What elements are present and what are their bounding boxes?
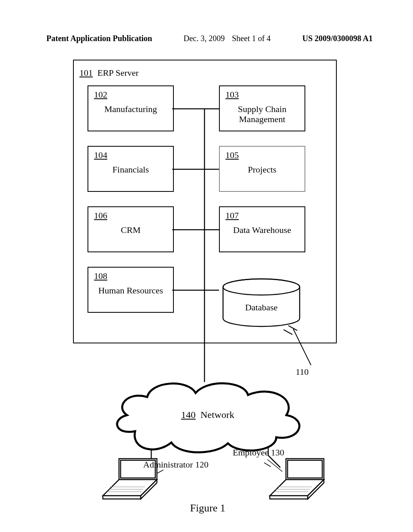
module-supply-chain: 103 Supply Chain Management: [219, 85, 305, 131]
module-label: Supply Chain Management: [220, 102, 305, 125]
module-human-resources: 108 Human Resources: [88, 267, 174, 313]
network-ref: 140: [181, 409, 196, 420]
module-ref: 108: [94, 271, 173, 281]
network-name: Network: [200, 409, 234, 420]
module-financials: 104 Financials: [88, 146, 174, 192]
module-label: Projects: [220, 162, 305, 175]
header-date: Dec. 3, 2009: [184, 34, 225, 43]
network-cloud-icon: 140 Network: [107, 375, 309, 455]
administrator-label: Administrator 120: [143, 459, 209, 470]
module-ref: 103: [225, 89, 305, 100]
erp-server-ref: 101: [79, 68, 93, 78]
module-label: CRM: [88, 222, 173, 235]
figure-caption: Figure 1: [58, 502, 357, 514]
module-crm: 106 CRM: [88, 206, 174, 252]
header-sheet: Sheet 1 of 4: [232, 34, 271, 43]
module-manufacturing: 102 Manufacturing: [88, 85, 174, 131]
header-pubno: US 2009/0300098 A1: [302, 34, 373, 43]
erp-server-label: ERP Server: [98, 68, 139, 78]
header-publication-label: Patent Application Publication: [46, 34, 152, 43]
module-ref: 104: [94, 150, 173, 160]
database-label: Database: [219, 302, 304, 313]
laptop-icon: [267, 455, 332, 504]
module-label: Data Warehouse: [220, 222, 305, 235]
module-ref: 107: [225, 210, 305, 221]
module-ref: 106: [94, 210, 173, 221]
erp-server-title: 101 ERP Server: [79, 68, 139, 78]
database-icon: Database: [219, 278, 304, 326]
module-label: Human Resources: [88, 283, 173, 295]
module-ref: 105: [225, 150, 305, 160]
page: Patent Application Publication Dec. 3, 2…: [0, 0, 413, 532]
figure-canvas: 101 ERP Server 102 Manufacturing 103 Sup…: [58, 52, 357, 508]
module-data-warehouse: 107 Data Warehouse: [219, 206, 305, 252]
network-label: 140 Network: [107, 409, 309, 420]
employee-label: Employee 130: [233, 447, 284, 458]
module-ref: 102: [94, 89, 173, 100]
module-projects: 105 Projects: [219, 146, 305, 192]
module-label: Financials: [88, 162, 173, 175]
module-label: Manufacturing: [88, 102, 173, 114]
